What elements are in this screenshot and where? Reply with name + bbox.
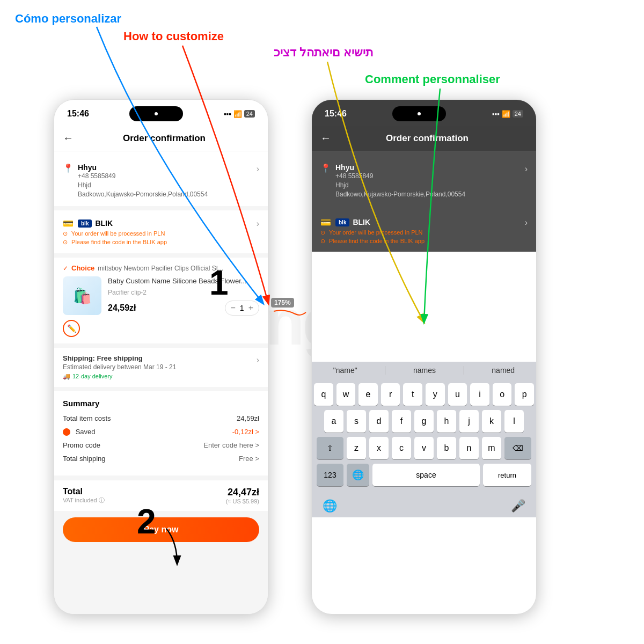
right-payment-note1: ⊙ Your order will be processed in PLN <box>320 229 528 236</box>
key-n[interactable]: n <box>459 437 479 459</box>
key-row-2: a s d f g h j k l <box>314 410 534 433</box>
key-space[interactable]: space <box>372 464 480 486</box>
right-address-chevron: › <box>525 164 528 174</box>
key-o[interactable]: o <box>493 383 512 406</box>
key-123[interactable]: 123 <box>317 464 343 486</box>
check-icon: ✓ <box>63 265 68 272</box>
key-h[interactable]: h <box>437 410 456 433</box>
left-address-card[interactable]: 📍 Hhyu +48 5585849 Hhjd Badkowo,Kujawsko… <box>54 156 268 206</box>
total-usd-value: (≈ US $5.99) <box>226 498 259 504</box>
right-blik-badge: blk <box>335 218 349 226</box>
left-payment-card[interactable]: 💳 blk BLIK › ⊙ Your order will be proces… <box>54 210 268 253</box>
keyboard-area: "name" names named q w e r t y u i o p a <box>312 362 536 517</box>
left-order-header: ← Order confirmation <box>54 126 268 151</box>
quantity-control[interactable]: − 1 + <box>225 301 259 316</box>
key-g[interactable]: g <box>414 410 434 433</box>
shipping-label: Total shipping <box>63 455 106 463</box>
battery-icon: 24 <box>244 110 255 118</box>
key-row-1: q w e r t y u i o p <box>314 383 534 406</box>
key-return[interactable]: return <box>483 464 531 486</box>
key-a[interactable]: a <box>324 410 343 433</box>
key-v[interactable]: v <box>414 437 434 459</box>
shipping-estimated: Estimated delivery between Mar 19 - 21 <box>63 363 176 371</box>
key-globe[interactable]: 🌐 <box>347 464 369 486</box>
key-e[interactable]: e <box>358 383 378 406</box>
qty-minus[interactable]: − <box>231 303 236 313</box>
key-c[interactable]: c <box>392 437 411 459</box>
saved-label: Saved <box>63 428 96 436</box>
key-s[interactable]: s <box>347 410 366 433</box>
key-row-3: ⇧ z x c v b n m ⌫ <box>314 437 534 459</box>
key-d[interactable]: d <box>369 410 389 433</box>
right-signal-icon: ▪▪▪ <box>492 110 500 118</box>
right-back-button[interactable]: ← <box>320 132 331 144</box>
right-address-card[interactable]: 📍 Hhyu +48 5585849 Hhjd Badkowo,Kujawsko… <box>312 156 536 206</box>
address-detail2: Badkowo,Kujawsko-Pomorskie,Poland,00554 <box>78 190 257 199</box>
saved-row[interactable]: Saved -0,12zł > <box>63 428 259 436</box>
edit-remarks-button[interactable]: ✏️ <box>63 320 80 337</box>
address-chevron: › <box>257 164 259 174</box>
key-p[interactable]: p <box>515 383 534 406</box>
annotation-english: How to customize <box>123 30 224 43</box>
address-info: Hhyu +48 5585849 Hhjd Badkowo,Kujawsko-P… <box>78 163 257 199</box>
left-status-icons: ▪▪▪ 📶 24 <box>224 110 255 118</box>
key-x[interactable]: x <box>369 437 389 459</box>
promo-label: Promo code <box>63 441 100 449</box>
suggest-2[interactable]: names <box>413 366 436 375</box>
product-image: 🛍️ <box>63 276 101 315</box>
key-y[interactable]: y <box>426 383 445 406</box>
shipping-chevron: › <box>257 355 259 365</box>
suggest-1[interactable]: "name" <box>333 366 357 375</box>
key-t[interactable]: t <box>403 383 422 406</box>
saved-icon <box>63 428 70 436</box>
right-status-icons: ▪▪▪ 📶 24 <box>492 110 523 118</box>
key-q[interactable]: q <box>314 383 333 406</box>
right-status-bar-bg: 15:46 ▪▪▪ 📶 24 ← Order confirmation 📍 Hh… <box>312 100 536 252</box>
total-label: Total <box>63 487 105 496</box>
keyboard: q w e r t y u i o p a s d f g h j k <box>312 379 536 495</box>
key-z[interactable]: z <box>347 437 366 459</box>
key-i[interactable]: i <box>470 383 489 406</box>
pay-now-button[interactable]: Pay now <box>63 517 259 542</box>
total-item-label: Total item costs <box>63 414 111 422</box>
key-j[interactable]: j <box>459 410 479 433</box>
annotation-french: Comment personnaliser <box>365 72 500 86</box>
key-u[interactable]: u <box>448 383 467 406</box>
promo-row[interactable]: Promo code Enter code here > <box>63 441 259 449</box>
key-m[interactable]: m <box>482 437 501 459</box>
right-payment-icon: 💳 <box>320 217 331 228</box>
suggest-divider-2 <box>464 366 464 375</box>
right-address-phone: +48 5585849 <box>335 172 525 181</box>
qty-plus[interactable]: + <box>248 303 253 313</box>
key-f[interactable]: f <box>392 410 411 433</box>
blik-badge: blk <box>78 219 92 228</box>
key-shift[interactable]: ⇧ <box>317 437 343 459</box>
left-shipping-card[interactable]: Shipping: Free shipping Estimated delive… <box>54 348 268 387</box>
shipping-value: Free > <box>239 455 259 463</box>
right-payment-card[interactable]: 💳 blk BLIK › ⊙ Your order will be proces… <box>312 210 536 252</box>
key-delete[interactable]: ⌫ <box>504 437 531 459</box>
suggest-3[interactable]: named <box>492 366 515 375</box>
location-icon: 📍 <box>63 163 74 173</box>
signal-icon: ▪▪▪ <box>224 110 231 118</box>
key-k[interactable]: k <box>482 410 501 433</box>
suggest-divider-1 <box>385 366 385 375</box>
right-address-detail2: Badkowo,Kujawsko-Pomorskie,Poland,00554 <box>335 190 525 199</box>
key-l[interactable]: l <box>504 410 524 433</box>
mic-icon[interactable]: 🎤 <box>511 499 525 513</box>
wifi-icon: 📶 <box>233 110 242 118</box>
payment-icon: 💳 <box>63 218 74 229</box>
globe-icon[interactable]: 🌐 <box>323 499 337 513</box>
payment-chevron: › <box>257 219 259 229</box>
right-address-name: Hhyu <box>335 163 525 172</box>
choice-badge: ✓ Choice mittsboy Newborn Pacifier Clips… <box>63 264 259 272</box>
product-price: 24,59zł <box>108 303 136 313</box>
key-r[interactable]: r <box>381 383 400 406</box>
product-variant: Pacifier clip-2 <box>108 289 259 296</box>
left-back-button[interactable]: ← <box>63 132 74 144</box>
shipping-row[interactable]: Total shipping Free > <box>63 455 259 463</box>
address-name: Hhyu <box>78 163 257 172</box>
left-order-page: 📍 Hhyu +48 5585849 Hhjd Badkowo,Kujawsko… <box>54 156 268 614</box>
key-b[interactable]: b <box>437 437 456 459</box>
key-w[interactable]: w <box>336 383 356 406</box>
